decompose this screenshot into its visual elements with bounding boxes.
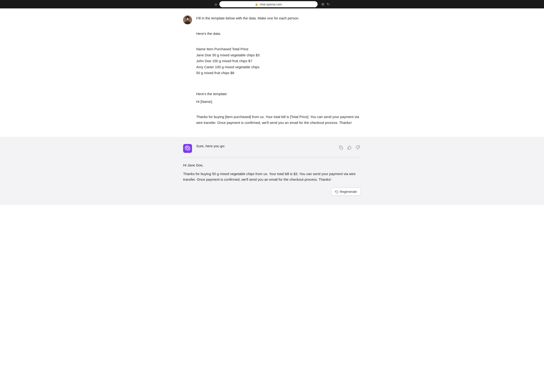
thumbs-down-button[interactable] bbox=[355, 145, 361, 151]
refresh-icon[interactable]: ↻ bbox=[327, 2, 330, 6]
user-spacer3 bbox=[196, 76, 361, 82]
action-icons bbox=[338, 144, 361, 151]
user-spacer2 bbox=[196, 38, 361, 44]
user-template-label: Here's the template: bbox=[196, 91, 361, 97]
user-template-body: Thanks for buying [item purchased] from … bbox=[196, 114, 361, 126]
address-bar[interactable]: 🔒 chat.openai.com bbox=[219, 1, 318, 7]
user-message-content: Fill in the template below with the data… bbox=[196, 15, 361, 128]
ai-message-wrapper: Sure, here you go: bbox=[183, 144, 361, 153]
data-row4: 50 g mixed fruit chips $8 bbox=[196, 70, 361, 76]
ai-intro-text: Sure, here you go: bbox=[196, 144, 225, 148]
data-header: Name Item Purchased Total Price bbox=[196, 46, 361, 52]
ai-message-section: Sure, here you go: bbox=[0, 137, 544, 205]
user-message-wrapper: Fill in the template below with the data… bbox=[183, 15, 361, 128]
thumbs-up-button[interactable] bbox=[346, 145, 352, 151]
data-row2: John Doe 150 g mixed fruit chips $7 bbox=[196, 58, 361, 64]
browser-actions: ⊞ ↻ bbox=[321, 2, 330, 6]
user-spacer5 bbox=[196, 107, 361, 112]
data-table: Name Item Purchased Total Price Jane Doe… bbox=[196, 46, 361, 76]
user-data-label: Here's the data: bbox=[196, 31, 361, 37]
shield-icon: ◉ bbox=[214, 2, 218, 6]
user-intro-text: Fill in the template below with the data… bbox=[196, 15, 361, 21]
lock-icon: 🔒 bbox=[255, 3, 258, 6]
user-spacer4 bbox=[196, 83, 361, 89]
regenerate-button[interactable]: Regenerate bbox=[331, 188, 361, 196]
url-text: chat.openai.com bbox=[260, 3, 282, 6]
svg-rect-6 bbox=[341, 147, 343, 149]
ai-response-body: Hi Jane Doe, Thanks for buying 50 g mixe… bbox=[183, 163, 361, 185]
openai-avatar bbox=[183, 144, 192, 153]
regenerate-icon bbox=[335, 190, 338, 193]
copy-button[interactable] bbox=[338, 145, 344, 151]
user-avatar bbox=[183, 15, 192, 24]
data-row3: Amy Carter 100 g mixed vegetable chips bbox=[196, 64, 361, 70]
ai-content-area: Sure, here you go: bbox=[196, 144, 361, 153]
divider bbox=[183, 158, 361, 158]
ai-greeting: Hi Jane Doe, bbox=[183, 163, 361, 168]
regenerate-label: Regenerate bbox=[340, 190, 357, 193]
ai-body: Thanks for buying 50 g mixed vegetable c… bbox=[183, 171, 361, 183]
chat-container: Fill in the template below with the data… bbox=[0, 8, 544, 392]
data-row1: Jane Doe 50 g mixed vegetable chips $3 bbox=[196, 52, 361, 58]
user-template-greeting: Hi [Name], bbox=[196, 99, 361, 105]
regenerate-area: Regenerate bbox=[183, 188, 361, 196]
user-message-section: Fill in the template below with the data… bbox=[0, 8, 544, 137]
translate-icon[interactable]: ⊞ bbox=[321, 2, 324, 6]
svg-point-5 bbox=[186, 18, 189, 21]
browser-bar: ◉ 🔒 chat.openai.com ⊞ ↻ bbox=[0, 0, 544, 8]
user-spacer bbox=[196, 23, 361, 29]
